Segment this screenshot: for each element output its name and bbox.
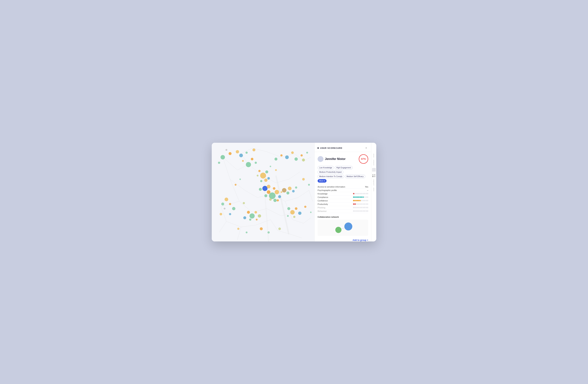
- dot: [367, 197, 368, 198]
- svg-point-63: [258, 170, 261, 172]
- svg-point-56: [291, 151, 294, 154]
- svg-point-117: [278, 227, 281, 230]
- add-to-group-button[interactable]: Add to group +: [353, 239, 368, 242]
- svg-point-111: [304, 206, 306, 208]
- dot: [364, 207, 365, 208]
- metric-row-confidence: Confidence: [317, 199, 368, 202]
- dot: [356, 207, 357, 208]
- dot: [367, 193, 368, 194]
- dot: [353, 200, 354, 201]
- svg-point-82: [286, 191, 289, 194]
- svg-point-84: [292, 190, 295, 192]
- dot: [359, 193, 360, 194]
- sidebar-grid-cell: [372, 176, 374, 177]
- dot: [358, 197, 359, 198]
- tags-area: Low Knowledge High Engagement Medium Pro…: [315, 165, 371, 184]
- dot: [359, 203, 360, 205]
- dot: [356, 210, 357, 212]
- svg-line-39: [219, 221, 226, 232]
- dot: [365, 210, 367, 212]
- user-name: Jennifer Nistor: [325, 157, 346, 161]
- svg-point-93: [250, 213, 255, 218]
- dot: [365, 203, 367, 205]
- knowledge-bar: [353, 193, 368, 194]
- user-info-row: Jennifer Nistor 87%: [315, 152, 371, 165]
- collab-node-blue: [344, 222, 352, 230]
- svg-point-110: [308, 184, 310, 185]
- compliance-bar: [353, 197, 368, 198]
- svg-point-90: [232, 207, 235, 210]
- sidebar-grid: [372, 174, 376, 177]
- network-svg: [212, 143, 315, 242]
- network-visualization: [212, 143, 315, 242]
- svg-line-15: [267, 208, 281, 216]
- right-sidebar: down network segment ution: [371, 143, 376, 242]
- dot: [362, 200, 364, 201]
- svg-point-41: [220, 155, 225, 159]
- close-button[interactable]: ×: [364, 146, 368, 150]
- metric-row-compliance: Compliance: [317, 196, 368, 199]
- metric-row-knowledge: Knowledge: [317, 192, 368, 196]
- metric-row-psycho: Psychographic profile –: [317, 189, 368, 192]
- svg-line-7: [289, 172, 300, 179]
- svg-point-83: [288, 186, 292, 190]
- svg-point-104: [293, 216, 295, 218]
- collab-network: [317, 220, 368, 236]
- tag-medium-intention: Medium Intention To Comply: [317, 175, 344, 178]
- svg-line-27: [267, 152, 281, 157]
- dot: [362, 203, 364, 205]
- metrics-table: Access to sensitive information Yes Psyc…: [315, 184, 371, 213]
- svg-point-106: [234, 184, 236, 185]
- svg-point-50: [239, 154, 243, 157]
- svg-point-44: [236, 150, 239, 153]
- dot: [361, 200, 362, 201]
- add-group-row: Add to group +: [315, 237, 371, 242]
- svg-line-22: [276, 176, 289, 234]
- svg-point-61: [260, 173, 266, 178]
- dot: [364, 193, 365, 194]
- svg-point-118: [275, 169, 277, 171]
- avatar: [317, 156, 323, 162]
- dot: [358, 210, 359, 212]
- svg-point-114: [246, 231, 248, 233]
- svg-point-97: [249, 218, 252, 221]
- dot: [362, 193, 364, 194]
- svg-point-59: [306, 152, 308, 154]
- more-tag-label: More: [319, 180, 323, 182]
- metric-value-access: Yes: [365, 186, 368, 188]
- svg-point-48: [255, 162, 257, 164]
- dot: [365, 207, 367, 208]
- dot: [355, 197, 356, 198]
- dot: [361, 197, 362, 198]
- svg-point-100: [290, 210, 295, 214]
- phishing-bar: [353, 207, 368, 208]
- dot: [353, 207, 354, 208]
- svg-point-103: [298, 211, 301, 215]
- dot: [361, 193, 362, 194]
- dot: [364, 197, 365, 198]
- svg-point-86: [225, 198, 228, 201]
- sidebar-text-ution: ution: [373, 188, 375, 191]
- svg-line-36: [271, 220, 278, 230]
- svg-line-32: [309, 190, 313, 201]
- svg-point-115: [260, 227, 263, 230]
- dot: [356, 193, 357, 194]
- sidebar-grid-cell: [374, 174, 375, 176]
- svg-point-49: [242, 160, 244, 162]
- metric-row-behaviour: Behaviour: [317, 209, 368, 213]
- add-group-label: Add to group +: [353, 239, 368, 242]
- metric-label-access: Access to sensitive information: [317, 186, 345, 188]
- dot: [359, 200, 360, 201]
- dot: [355, 210, 356, 212]
- dot: [358, 203, 359, 205]
- svg-point-62: [265, 170, 268, 173]
- svg-point-99: [243, 216, 246, 219]
- tag-medium-productivity: Medium Productivity Impact: [317, 170, 343, 174]
- dot: [353, 193, 354, 194]
- dot: [358, 207, 359, 208]
- chevron-down-icon: ▾: [324, 180, 325, 182]
- svg-point-52: [252, 148, 255, 151]
- metric-label-phishing: Phishing: [317, 206, 343, 209]
- sidebar-text-segment: segment: [373, 179, 375, 185]
- more-tag-button[interactable]: More ▾: [317, 179, 327, 182]
